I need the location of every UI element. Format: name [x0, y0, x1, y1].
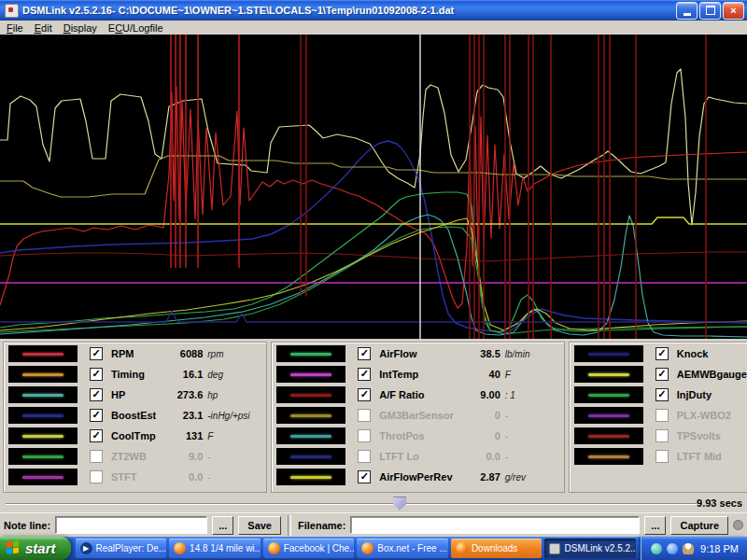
checkbox-knock[interactable]: ✓: [655, 347, 669, 360]
tray-network-icon[interactable]: [667, 543, 678, 554]
trace-label: InjDuty: [677, 389, 747, 400]
trace-swatch-throtpos: [276, 427, 345, 444]
trace-value: 0.0: [454, 451, 500, 462]
taskbar-button-downloads[interactable]: Downloads: [451, 539, 543, 558]
taskbar-button-14-8-1-4-mile-wi[interactable]: 14.8 1/4 mile wi...: [169, 539, 261, 558]
trace-label: LTFT Mid: [677, 451, 747, 462]
trace-swatch-ltft-lo: [276, 448, 345, 465]
trace-label: AirFlow: [379, 348, 453, 359]
legend-row-rpm: ✓RPM6088rpm: [8, 343, 261, 364]
slider-thumb[interactable]: [392, 497, 407, 511]
checkbox-ltft-lo[interactable]: [358, 450, 371, 463]
note-browse-button[interactable]: ...: [212, 516, 233, 535]
realplayer-icon: ▶: [80, 542, 92, 554]
legend-column-3: ✓Knock0.0deg✓AEMWBgauge10.8:1✓InjDuty90.…: [569, 342, 747, 493]
legend-row-airflowperrev: ✓AirFlowPerRev2.87g/rev: [276, 467, 558, 487]
taskbar-button-box-net-free[interactable]: Box.net - Free ...: [357, 539, 448, 558]
time-slider-row: 9.93 secs: [0, 495, 747, 512]
checkbox-inttemp[interactable]: ✓: [358, 368, 371, 381]
status-led: [733, 520, 743, 530]
taskbar-clock: 9:18 PM: [700, 543, 739, 554]
trace-label: Timing: [111, 369, 156, 380]
menu-edit[interactable]: Edit: [29, 21, 58, 35]
trace-swatch-plx-wbo2: [574, 407, 643, 424]
trace-value: 38.5: [454, 348, 500, 359]
checkbox-airflow[interactable]: ✓: [358, 347, 371, 360]
legend-row-inttemp: ✓IntTemp40F: [276, 364, 558, 385]
checkbox-gm3barsensor[interactable]: [358, 409, 371, 422]
task-label: Box.net - Free ...: [377, 543, 446, 553]
checkbox-boostest[interactable]: ✓: [90, 409, 103, 422]
checkbox-tpsvolts[interactable]: [655, 429, 669, 442]
checkbox-plx-wbo2[interactable]: [655, 409, 669, 422]
checkbox-airflowperrev[interactable]: ✓: [358, 470, 371, 483]
filename-input[interactable]: [350, 516, 640, 534]
checkbox-a-f-ratio[interactable]: ✓: [358, 388, 371, 401]
title-bar[interactable]: DSMLink v2.5.2.16- C:\DOCUME~1\OWNER~1.S…: [0, 0, 747, 21]
legend-row-knock: ✓Knock0.0deg: [574, 343, 747, 364]
checkbox-timing[interactable]: ✓: [90, 368, 103, 381]
checkbox-throtpos[interactable]: [358, 429, 371, 442]
maximize-button[interactable]: [699, 2, 721, 20]
trace-label: AEMWBgauge: [677, 369, 747, 380]
time-readout: 9.93 secs: [697, 497, 742, 509]
trace-value: 131: [156, 430, 203, 441]
legend-row-cooltmp: ✓CoolTmp131F: [8, 426, 261, 446]
checkbox-ltft-mid[interactable]: [655, 450, 669, 463]
checkbox-aemwbgauge[interactable]: ✓: [655, 368, 669, 381]
window-title: DSMLink v2.5.2.16- C:\DOCUME~1\OWNER~1.S…: [22, 5, 674, 16]
task-label: Facebook | Che...: [284, 543, 355, 553]
trace-swatch-ltft-mid: [574, 448, 643, 465]
checkbox-zt2wb[interactable]: [90, 450, 103, 463]
firefox-icon: [456, 542, 468, 554]
task-label: RealPlayer: De...: [96, 543, 167, 553]
trace-value: 0: [454, 430, 500, 441]
checkbox-rpm[interactable]: ✓: [90, 347, 103, 360]
legend-panel: ✓RPM6088rpm✓Timing16.1deg✓HP273.6hp✓Boos…: [0, 339, 747, 495]
datalog-chart[interactable]: [0, 35, 747, 339]
menu-file[interactable]: File: [1, 21, 29, 35]
trace-value: 9.00: [454, 389, 500, 400]
note-input[interactable]: [55, 516, 207, 534]
trace-label: AirFlowPerRev: [379, 471, 453, 483]
trace-label: Knock: [677, 348, 747, 359]
trace-label: TPSvolts: [677, 430, 747, 441]
trace-unit: -: [207, 452, 261, 462]
checkbox-cooltmp[interactable]: ✓: [90, 429, 103, 442]
save-button[interactable]: Save: [238, 516, 281, 535]
legend-column-1: ✓RPM6088rpm✓Timing16.1deg✓HP273.6hp✓Boos…: [3, 342, 267, 493]
dsmlink-icon: [549, 543, 560, 554]
system-tray: 9:18 PM: [641, 537, 747, 560]
trace-value: 9.0: [156, 451, 203, 462]
note-label: Note line:: [4, 520, 50, 531]
trace-label: BoostEst: [111, 410, 156, 421]
checkbox-injduty[interactable]: ✓: [655, 388, 669, 401]
task-button-strip: ▶RealPlayer: De...14.8 1/4 mile wi...Fac…: [71, 539, 641, 558]
taskbar-button-facebook-che[interactable]: Facebook | Che...: [263, 539, 355, 558]
legend-row-timing: ✓Timing16.1deg: [8, 364, 261, 385]
checkbox-stft[interactable]: [90, 470, 103, 483]
legend-row-hp: ✓HP273.6hp: [8, 385, 261, 405]
taskbar-button-realplayer-de[interactable]: ▶RealPlayer: De...: [76, 539, 167, 558]
checkbox-hp[interactable]: ✓: [90, 388, 103, 401]
firefox-icon: [174, 542, 186, 554]
tray-user-icon[interactable]: [683, 543, 694, 554]
trace-unit: F: [505, 370, 559, 380]
trace-swatch-inttemp: [276, 366, 345, 383]
menu-display[interactable]: Display: [58, 21, 103, 35]
trace-label: GM3BarSensor: [379, 410, 453, 421]
capture-button[interactable]: Capture: [670, 516, 728, 535]
menu-ecu-logfile[interactable]: ECU/Logfile: [103, 21, 169, 35]
trace-label: IntTemp: [379, 369, 453, 380]
trace-swatch-knock: [574, 345, 643, 362]
menu-bar: FileEditDisplayECU/Logfile: [0, 21, 747, 35]
start-button[interactable]: start: [0, 537, 71, 560]
start-label: start: [25, 540, 56, 556]
minimize-button[interactable]: [676, 2, 698, 20]
legend-row-a-f-ratio: ✓A/F Ratio9.00: 1: [276, 385, 558, 405]
tray-sync-icon[interactable]: [651, 543, 662, 554]
taskbar-button-dsmlink-v2-5-2[interactable]: DSMLink v2.5.2...: [544, 539, 636, 558]
close-button[interactable]: ×: [723, 2, 744, 20]
slider-track[interactable]: [6, 503, 697, 505]
filename-browse-button[interactable]: ...: [644, 516, 666, 535]
